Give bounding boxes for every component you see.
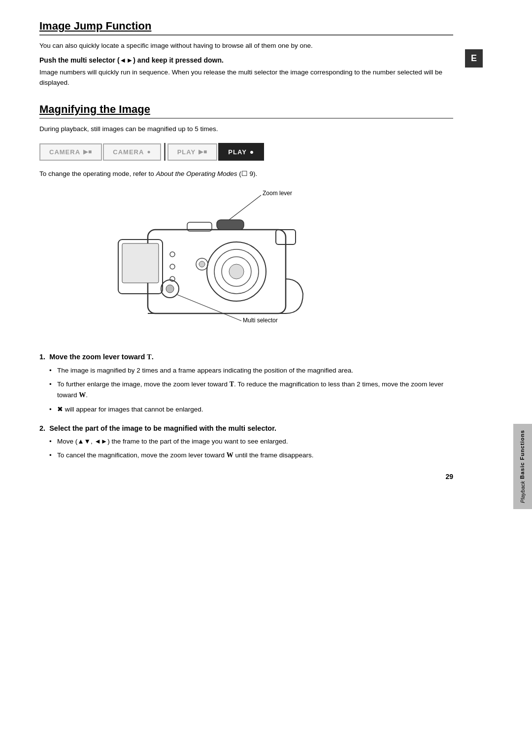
mode-play-photo[interactable]: PLAY ● — [218, 143, 264, 161]
operating-modes-ref: To change the operating mode, refer to A… — [39, 170, 453, 177]
step2-bullet-1: Move (▲▼, ◄►) the frame to the part of t… — [49, 436, 453, 447]
section-tab: E — [465, 49, 483, 68]
svg-text:Zoom lever: Zoom lever — [263, 190, 292, 197]
camera-photo-label: CAMERA — [113, 148, 144, 156]
image-jump-title: Image Jump Function — [39, 20, 453, 35]
page-number: 29 — [445, 473, 453, 481]
sidebar-label: Basic Functions Playback — [513, 424, 532, 509]
step1-bullets: The image is magnified by 2 times and a … — [39, 365, 453, 414]
play-photo-icon: ● — [250, 148, 254, 156]
svg-point-4 — [229, 264, 244, 279]
multi-selector-body: Image numbers will quickly run in sequen… — [39, 67, 453, 88]
sidebar-playback: Playback — [520, 481, 526, 503]
step2-bullet-2: To cancel the magnification, move the zo… — [49, 450, 453, 461]
svg-rect-9 — [217, 220, 244, 230]
svg-point-11 — [199, 261, 205, 267]
camera-diagram: Zoom lever Multi selector — [69, 185, 355, 343]
step1-bullet-1: The image is magnified by 2 times and a … — [49, 365, 453, 376]
step1-bullet-2: To further enlarge the image, move the z… — [49, 379, 453, 401]
svg-point-13 — [170, 264, 175, 269]
camera-video-label: CAMERA — [49, 148, 80, 156]
step2-bullets: Move (▲▼, ◄►) the frame to the part of t… — [39, 436, 453, 461]
mode-divider — [164, 143, 166, 161]
play-photo-label: PLAY — [228, 148, 246, 156]
play-video-icon: ▶■ — [199, 148, 207, 155]
step2-heading: 2. Select the part of the image to be ma… — [39, 424, 453, 432]
mode-camera-video[interactable]: CAMERA ▶■ — [39, 143, 102, 161]
camera-photo-icon: ● — [147, 148, 151, 155]
magnifying-title: Magnifying the Image — [39, 103, 453, 119]
svg-line-17 — [229, 195, 261, 220]
sidebar-basic-functions: Basic Functions — [519, 430, 526, 479]
mode-play-video[interactable]: PLAY ▶■ — [167, 143, 218, 161]
step1-heading: 1. Move the zoom lever toward T. — [39, 353, 453, 361]
svg-line-18 — [177, 295, 241, 321]
svg-text:Multi selector: Multi selector — [243, 317, 278, 324]
camera-video-icon: ▶■ — [83, 148, 92, 155]
mode-camera-photo[interactable]: CAMERA ● — [103, 143, 161, 161]
step1-bullet-3: ✖ will appear for images that cannot be … — [49, 404, 453, 415]
magnifying-intro: During playback, still images can be mag… — [39, 124, 453, 135]
play-video-label: PLAY — [177, 148, 196, 156]
svg-point-16 — [166, 285, 174, 293]
svg-rect-0 — [148, 230, 286, 313]
svg-point-12 — [170, 252, 175, 257]
image-jump-intro: You can also quickly locate a specific i… — [39, 40, 453, 51]
multi-selector-instruction: Push the multi selector (◄►) and keep it… — [39, 56, 453, 64]
svg-rect-7 — [122, 243, 159, 283]
mode-buttons-row: CAMERA ▶■ CAMERA ● PLAY ▶■ PLAY ● — [39, 143, 453, 161]
